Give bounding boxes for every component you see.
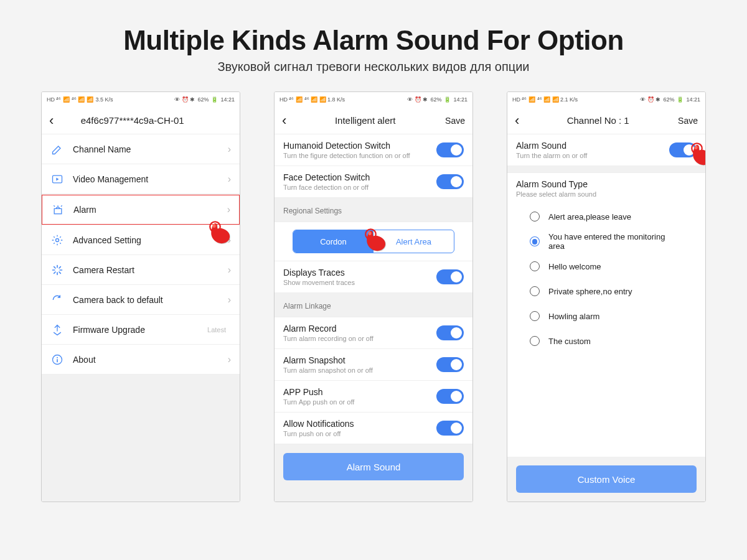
loading-icon (50, 263, 64, 277)
status-bar: HD ⁴⁶ 📶 ⁴⁶ 📶 📶 3.5 K/s 👁 ⏰ ✱ 62% 🔋 14:21 (42, 92, 240, 107)
radio-label: Howling alarm (548, 312, 599, 321)
radio-label: Hello welcome (548, 262, 601, 271)
alarm-sound-toggle[interactable] (669, 142, 697, 157)
row-restart[interactable]: Camera Restart › (42, 255, 240, 285)
face-toggle[interactable] (436, 174, 464, 189)
arrow-icon (249, 289, 265, 305)
chevron-right-icon: › (228, 174, 231, 185)
pencil-icon (50, 142, 64, 156)
screen-3: HD ⁴⁶ 📶 ⁴⁶ 📶 📶 2.1 K/s 👁 ⏰ ✱ 62% 🔋 14:21… (507, 91, 706, 502)
screen-1: HD ⁴⁶ 📶 ⁴⁶ 📶 📶 3.5 K/s 👁 ⏰ ✱ 62% 🔋 14:21… (41, 91, 240, 502)
row-label: Camera back to default (73, 295, 228, 305)
row-humanoid: Humanoid Detection SwitchTurn the figure… (275, 134, 472, 166)
radio-icon (530, 286, 540, 296)
radio-custom[interactable]: The custom (507, 329, 705, 353)
section-linkage: Alarm Linkage (275, 293, 472, 317)
row-channel-name[interactable]: Channel Name › (42, 134, 240, 164)
status-right: 👁 ⏰ ✱ 62% 🔋 14:21 (407, 96, 467, 103)
row-alarm-sound: Alarm SoundTurn the alarm on or off (507, 134, 705, 166)
row-about[interactable]: About › (42, 345, 240, 375)
row-label: Advanced Setting (73, 235, 228, 245)
row-title: APP Push (283, 387, 436, 397)
row-sub: Turn push on or off (283, 430, 436, 437)
radio-icon (530, 212, 540, 222)
row-sub: Turn App push on or off (283, 398, 436, 406)
seg-alert-area[interactable]: Alert Area (374, 230, 454, 253)
back-button[interactable]: ‹ (49, 113, 54, 129)
radio-label: The custom (548, 337, 591, 346)
status-left: HD ⁴⁶ 📶 ⁴⁶ 📶 📶 3.5 K/s (47, 96, 113, 103)
row-default[interactable]: Camera back to default › (42, 285, 240, 315)
radio-monitoring[interactable]: You have entered the monitoring area (507, 229, 705, 254)
status-left: HD ⁴⁶ 📶 ⁴⁶ 📶 📶 2.1 K/s (512, 96, 578, 103)
back-button[interactable]: ‹ (282, 113, 286, 129)
chevron-right-icon: › (228, 354, 231, 365)
reload-icon (50, 293, 64, 307)
row-title: Alarm Record (283, 324, 436, 334)
row-snapshot: Alarm SnapshotTurn alarm snapshot on or … (275, 349, 472, 381)
chevron-right-icon: › (228, 294, 231, 306)
status-right: 👁 ⏰ ✱ 62% 🔋 14:21 (174, 96, 235, 103)
sound-list: Alarm SoundTurn the alarm on or off Alar… (507, 134, 705, 502)
alarm-sound-button[interactable]: Alarm Sound (283, 453, 464, 480)
row-title: Displays Traces (283, 268, 436, 278)
upload-icon (50, 323, 64, 337)
status-bar: HD ⁴⁶ 📶 ⁴⁶ 📶 📶 1.8 K/s 👁 ⏰ ✱ 62% 🔋 14:21 (275, 92, 472, 107)
chevron-right-icon: › (227, 204, 230, 215)
row-label: Channel Name (73, 144, 228, 154)
row-firmware[interactable]: Firmware Upgrade Latest (42, 315, 240, 345)
row-title: Alarm Snapshot (283, 355, 436, 365)
row-face: Face Detection SwitchTurn face detection… (275, 166, 472, 198)
row-video-management[interactable]: Video Management › (42, 164, 240, 194)
row-label: Alarm (73, 205, 227, 215)
radio-icon (530, 236, 540, 246)
radio-hello[interactable]: Hello welcome (507, 254, 705, 279)
status-bar: HD ⁴⁶ 📶 ⁴⁶ 📶 📶 2.1 K/s 👁 ⏰ ✱ 62% 🔋 14:21 (507, 92, 705, 107)
chevron-right-icon: › (228, 264, 231, 276)
save-button[interactable]: Save (444, 116, 465, 126)
alarm-icon (51, 203, 65, 217)
record-toggle[interactable] (436, 325, 464, 340)
row-sub: Please select alarm sound (516, 190, 697, 198)
row-sub: Turn alarm recording on or off (283, 335, 436, 342)
snapshot-toggle[interactable] (436, 357, 464, 372)
row-advanced[interactable]: Advanced Setting › (42, 225, 240, 255)
radio-label: Private sphere,no entry (548, 287, 632, 296)
latest-hint: Latest (207, 326, 226, 334)
row-record: Alarm RecordTurn alarm recording on or o… (275, 317, 472, 349)
row-label: About (73, 355, 228, 365)
row-sub: Turn alarm snapshot on or off (283, 366, 436, 374)
radio-private[interactable]: Private sphere,no entry (507, 279, 705, 304)
section-regional: Regional Settings (275, 198, 472, 222)
row-alarm[interactable]: Alarm › (42, 195, 240, 225)
back-button[interactable]: ‹ (515, 113, 519, 129)
push-toggle[interactable] (436, 389, 464, 404)
gear-icon (50, 233, 64, 247)
radio-alert-area[interactable]: Alert area,please leave (507, 204, 705, 229)
segment-wrap: Cordon Alert Area (275, 222, 472, 261)
traces-toggle[interactable] (436, 269, 464, 284)
row-title: Allow Notifications (283, 419, 436, 429)
radio-howling[interactable]: Howling alarm (507, 304, 705, 329)
seg-cordon[interactable]: Cordon (293, 230, 374, 253)
row-title: Alarm Sound Type (516, 179, 697, 189)
radio-icon (530, 336, 540, 346)
row-label: Camera Restart (73, 265, 228, 275)
radio-icon (530, 311, 540, 321)
alert-list: Humanoid Detection SwitchTurn the figure… (275, 134, 472, 502)
settings-list: Channel Name › Video Management › Alarm … (42, 134, 240, 502)
row-sound-type-header: Alarm Sound TypePlease select alarm soun… (507, 172, 705, 204)
custom-voice-button[interactable]: Custom Voice (516, 465, 697, 493)
humanoid-toggle[interactable] (436, 142, 464, 157)
row-title: Alarm Sound (516, 141, 669, 151)
radio-label: Alert area,please leave (548, 212, 631, 222)
region-segment: Cordon Alert Area (293, 230, 454, 253)
info-icon (50, 353, 64, 366)
chevron-right-icon: › (228, 235, 231, 246)
screen-2: HD ⁴⁶ 📶 ⁴⁶ 📶 📶 1.8 K/s 👁 ⏰ ✱ 62% 🔋 14:21… (274, 91, 473, 502)
notif-toggle[interactable] (436, 421, 464, 436)
save-button[interactable]: Save (677, 116, 698, 126)
row-label: Video Management (73, 174, 228, 184)
screens-row: HD ⁴⁶ 📶 ⁴⁶ 📶 📶 3.5 K/s 👁 ⏰ ✱ 62% 🔋 14:21… (25, 91, 722, 502)
app-bar: ‹ Intelligent alert Save (275, 107, 472, 134)
